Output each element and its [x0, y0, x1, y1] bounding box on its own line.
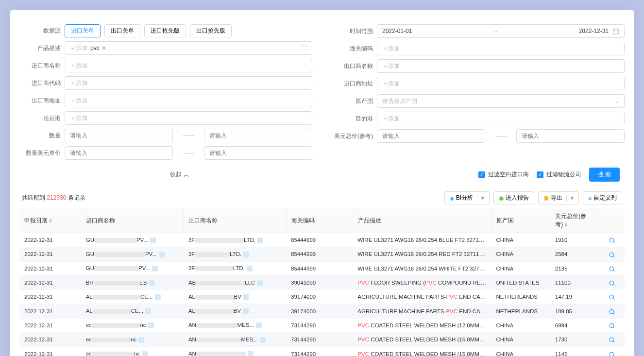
svg-point-12	[610, 295, 613, 299]
unit-usd-to-input[interactable]	[204, 146, 312, 160]
verify-icon	[138, 337, 144, 343]
importer-code-input[interactable]: ＋添加	[65, 76, 312, 90]
search-icon[interactable]	[609, 250, 615, 258]
exporter-name-input[interactable]: ＋添加	[377, 59, 625, 73]
table-row: 2022-12-31GUPV...3FLTD.85444999WIRE UL32…	[19, 233, 625, 247]
col-total-usd[interactable]: 美元总价(参考)▲▼	[550, 208, 599, 233]
total-usd-to-input[interactable]	[516, 129, 625, 143]
search-button[interactable]: 搜 索	[589, 168, 620, 182]
cell-exporter: 3FLTD.	[184, 261, 286, 275]
svg-point-6	[610, 253, 613, 256]
cell-total-usd: 147.19	[550, 290, 599, 304]
cell-total-usd: 11100	[550, 275, 599, 289]
search-icon[interactable]	[609, 293, 615, 301]
svg-line-15	[613, 313, 614, 314]
hs-code-input[interactable]: ＋添加	[377, 42, 625, 55]
product-desc-input[interactable]: ＋添加 pvc ✕ ⛶	[65, 41, 312, 55]
cell-date: 2022-12-31	[19, 233, 81, 247]
col-date[interactable]: 申报日期▲▼	[19, 208, 81, 233]
filter-logistics-checkbox[interactable]: ✓ 过滤物流公司	[537, 170, 581, 179]
tab-import-preview[interactable]: 进口抢先版	[144, 24, 186, 37]
range-sep: ——	[179, 132, 198, 139]
verify-icon	[257, 237, 263, 243]
cell-product-desc: AGRICULTURE MACHINE PARTS-PVC END CAP 70…	[353, 290, 491, 304]
quantity-to-input[interactable]	[204, 129, 312, 142]
remove-tag-icon[interactable]: ✕	[102, 45, 106, 51]
collapse-link[interactable]: 收起 ︽	[170, 170, 189, 179]
tab-export-customs[interactable]: 出口关单	[104, 24, 140, 37]
cell-action	[599, 304, 625, 318]
search-icon[interactable]	[609, 236, 615, 244]
search-icon[interactable]	[609, 350, 615, 356]
svg-line-19	[613, 341, 614, 343]
columns-icon: ≡	[588, 195, 592, 202]
svg-line-9	[613, 271, 614, 272]
table-row: 2022-12-31ecncANMES...73144290PVC COATED…	[19, 333, 625, 347]
col-product-desc[interactable]: 产品描述	[353, 208, 491, 233]
svg-point-10	[610, 281, 613, 285]
filter-col-right: 时间范围 2022-01-01 → 2022-12-31 海关编码 ＋添加 出口…	[332, 24, 625, 160]
total-usd-from-input[interactable]	[377, 129, 485, 143]
bi-analysis-button[interactable]: ◈ BI分析 ▾	[444, 191, 490, 204]
export-button[interactable]: ▣ 导出 ▾	[538, 191, 579, 204]
unit-usd-from-input[interactable]	[65, 146, 173, 160]
label-importer-code: 进口商代码	[19, 79, 61, 87]
svg-line-5	[613, 242, 614, 243]
table-row: 2022-12-31ALCE...ALBV39174000AGRICULTURE…	[19, 304, 625, 318]
expand-icon[interactable]: ⛶	[301, 45, 307, 51]
cell-action	[599, 275, 625, 289]
calendar-icon	[612, 28, 619, 35]
label-data-source: 数据源	[19, 27, 61, 35]
cell-origin: CHINA	[491, 247, 550, 261]
verify-icon	[159, 252, 165, 257]
cell-hscode: 39174000	[286, 304, 353, 318]
importer-addr-input[interactable]: ＋添加	[377, 77, 625, 90]
exporter-addr-input[interactable]: ＋添加	[65, 94, 312, 107]
cell-origin: UNITED STATES	[491, 275, 550, 289]
table-row: 2022-12-31ecncAN73144290PVC COATED STEEL…	[19, 347, 625, 356]
cell-total-usd: 189.85	[550, 304, 599, 318]
cell-action	[599, 333, 625, 347]
report-icon: ◉	[499, 195, 504, 202]
label-quantity: 数量	[19, 132, 61, 140]
label-importer-addr: 进口商地址	[332, 80, 373, 88]
table-row: 2022-12-31ecncANMES...73144290PVC COATED…	[19, 318, 625, 332]
enter-report-button[interactable]: ◉ 进入报告	[493, 191, 534, 204]
label-hs-code: 海关编码	[332, 45, 373, 53]
arrow-right-icon: →	[416, 28, 575, 34]
cell-total-usd: 1145	[550, 347, 599, 356]
quantity-from-input[interactable]	[65, 129, 173, 142]
svg-point-14	[610, 309, 613, 313]
date-to: 2022-12-31	[579, 28, 609, 34]
cell-origin: CHINA	[491, 347, 550, 356]
loading-port-input[interactable]: ＋添加	[65, 111, 312, 125]
search-icon[interactable]	[609, 336, 615, 343]
search-icon[interactable]	[609, 279, 615, 287]
search-icon[interactable]	[609, 265, 615, 272]
bi-icon: ◈	[450, 195, 454, 202]
match-count: 212930	[47, 194, 66, 201]
col-importer[interactable]: 进口商名称	[81, 208, 184, 233]
cell-total-usd: 1910	[550, 233, 599, 247]
col-hscode[interactable]: 海关编码	[286, 208, 353, 233]
export-icon: ▣	[543, 195, 549, 202]
dest-port-input[interactable]: ＋添加	[377, 112, 625, 125]
search-icon[interactable]	[609, 307, 615, 315]
col-exporter[interactable]: 出口商名称	[184, 208, 286, 233]
origin-country-select[interactable]: 请选择原产国 ⌄	[377, 94, 625, 108]
sort-icon: ▲▼	[564, 222, 568, 227]
custom-columns-button[interactable]: ≡ 自定义列	[583, 191, 622, 204]
filter-blank-importer-checkbox[interactable]: ✓ 过滤空白进口商	[478, 170, 529, 179]
search-icon[interactable]	[609, 322, 615, 329]
label-importer-name: 进口商名称	[19, 62, 61, 70]
tab-export-preview[interactable]: 出口抢先版	[190, 24, 232, 37]
svg-line-13	[613, 299, 614, 300]
svg-line-11	[613, 285, 614, 286]
date-range-input[interactable]: 2022-01-01 → 2022-12-31	[377, 24, 625, 38]
col-origin[interactable]: 原产国	[491, 208, 550, 233]
importer-name-input[interactable]: ＋添加	[65, 59, 312, 72]
tab-import-customs[interactable]: 进口关单	[65, 24, 101, 37]
cell-product-desc: WIRE UL3271 AWG16 26/0.254 WHITE FT2 327…	[353, 261, 491, 275]
label-unit-usd: 数量美元单价	[19, 149, 61, 157]
cell-importer: ALCE...	[81, 290, 184, 304]
